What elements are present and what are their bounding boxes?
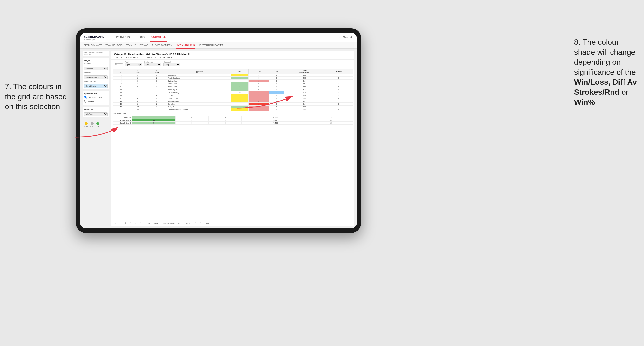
out-div-label: Out of division (113, 113, 353, 115)
cell-conf (147, 88, 167, 91)
cell-opponent: Jessica Huang (167, 91, 231, 94)
annotation-right: 8. The colour shade will change dependin… (574, 37, 637, 107)
watch-btn[interactable]: Watch ▾ (184, 222, 192, 225)
subnav-team-summary[interactable]: TEAM SUMMARY (84, 42, 102, 49)
nav-sign-out[interactable]: Sign out (342, 33, 353, 42)
out-div-rounds: 2 (310, 116, 353, 119)
cell-tie: 0 (269, 80, 284, 82)
cell-tie: 0 (269, 106, 284, 108)
view-original-btn[interactable]: View: Original (146, 222, 159, 225)
save-custom-btn[interactable]: Save Custom View (162, 222, 180, 225)
cell-rounds: 3 (324, 88, 353, 91)
redo2-btn[interactable]: ↻ (124, 222, 128, 225)
layout-btn[interactable]: ⊟ (194, 222, 198, 225)
cell-reg: 1 (129, 91, 147, 94)
cell-tie: 0 (269, 82, 284, 85)
legend-dot-up (96, 122, 99, 125)
subnav-player-summary[interactable]: PLAYER SUMMARY (152, 42, 172, 49)
nav-pipe: ›| (339, 36, 340, 38)
share-btn[interactable]: Share (204, 222, 211, 225)
cell-reg: 1 (129, 74, 147, 77)
logo-text: SCOREBOARD (84, 35, 104, 38)
player-rank-select[interactable]: 8. Katelyn Vo (84, 84, 108, 88)
clock-btn[interactable]: ⏱ (138, 222, 142, 225)
cell-win: 1 (231, 100, 249, 103)
player-label: Player (84, 60, 108, 62)
gender-select[interactable]: Women's (84, 67, 108, 70)
grid-records: Overall Record: 353 - 34 - 6 Division Re… (114, 56, 352, 58)
cell-rounds: 2 (324, 91, 353, 94)
nav-committee[interactable]: COMMITTEE (150, 33, 167, 42)
cell-div: 14 (113, 94, 129, 97)
nav-bar: SCOREBOARD Powered by clippd TOURNAMENTS… (80, 33, 357, 42)
cell-div: 16 (113, 100, 129, 103)
out-div-diff: 4.500 (242, 116, 310, 119)
cell-reg: 2 (129, 103, 147, 106)
col-loss: Loss (249, 69, 269, 74)
bold-strokes: Strokes/Rnd (574, 88, 620, 96)
conference-select[interactable]: (All) (144, 63, 161, 66)
out-div-row: NCAA Division 2 5 0 0 7.400 10 (113, 122, 353, 125)
cell-div: 15 (113, 97, 129, 100)
cell-diff: 1.50 (284, 74, 325, 77)
grid-area: Katelyn Vo Head-to-Head Grid for Women's… (112, 51, 354, 226)
radio-opponents-played[interactable]: Opponents Played (84, 96, 108, 99)
subnav-team-h2h-grid[interactable]: TEAM H2H GRID (106, 42, 122, 49)
nav-items: TOURNAMENTS TEAMS COMMITTEE (110, 33, 339, 42)
cell-diff: 0.38 (284, 94, 325, 97)
copy-btn[interactable]: ⊞ (129, 222, 133, 225)
legend-dot-level (91, 122, 94, 125)
overall-record: Overall Record: 353 - 34 - 6 (114, 56, 138, 58)
subnav-player-h2h-heatmap[interactable]: PLAYER H2H HEATMAP (199, 42, 224, 49)
cell-loss: 2 (249, 94, 269, 97)
nav-tournaments[interactable]: TOURNAMENTS (110, 33, 130, 42)
out-div-tie: 0 (208, 116, 242, 119)
cell-tie: 0 (269, 85, 284, 88)
table-row: 10 6 3 Andrea York 2 0 0 4.00 4 (113, 85, 353, 88)
table-row: 13 1 1 Jessica Huang 0 1 2 -3.00 2 (113, 91, 353, 94)
cell-opponent: Sydney Kuo (167, 80, 231, 82)
nav-teams[interactable]: TEAMS (136, 33, 146, 42)
out-div-loss: 0 (176, 116, 209, 119)
division-select[interactable]: NCAA Division III (84, 75, 108, 79)
radio-top100[interactable]: Top 100 (84, 100, 108, 103)
opponent-label: Opponent (164, 61, 180, 63)
region-select[interactable]: (All) (125, 63, 142, 66)
logo-wrap: SCOREBOARD Powered by clippd (84, 34, 105, 40)
table-header-row: #Div #Reg #Conf Opponent Win Loss Tie Di… (113, 69, 353, 74)
subnav-player-h2h-grid[interactable]: PLAYER H2H GRID (176, 42, 196, 49)
colour-by-select[interactable]: Win/loss (84, 112, 108, 116)
grid-header: Katelyn Vo Head-to-Head Grid for Women's… (112, 51, 354, 60)
cell-conf: 1 (147, 100, 167, 103)
cell-loss: 0 (249, 82, 269, 85)
cell-win: 0 (231, 103, 249, 106)
cell-loss: 1 (249, 108, 269, 111)
cell-win: 2 (231, 108, 249, 111)
cell-rounds: 3 (324, 82, 353, 85)
cell-diff: 4.00 (284, 85, 325, 88)
cell-conf: 3 (147, 85, 167, 88)
cell-diff: -5.00 (284, 103, 325, 106)
undo-btn[interactable]: ↩ (114, 222, 118, 225)
out-div-loss: 0 (176, 122, 209, 125)
cell-opponent: Heejo Hyun (167, 88, 231, 91)
subnav-team-h2h-heatmap[interactable]: TEAM H2H HEATMAP (126, 42, 148, 49)
cell-win: 1 (231, 97, 249, 100)
colour-by-label: Colour by (84, 108, 108, 110)
grid-btn[interactable]: ⊞ (199, 222, 202, 225)
bold-win-loss: Win/Loss, Diff Av (574, 78, 637, 86)
out-div-row: NAIA Division 1 15 0 0 9.267 30 (113, 119, 353, 122)
cell-tie: 1 (269, 74, 284, 77)
col-rounds: Rounds (324, 69, 353, 74)
table-row: 5 2 2 Alexis Sudjianto 1 0 0 4.00 3 (113, 77, 353, 80)
cell-conf: 1 (147, 74, 167, 77)
divider2 (160, 222, 161, 225)
paste-btn[interactable]: ↕ (134, 222, 137, 225)
divider3 (182, 222, 182, 225)
legend: Down Level Up (82, 121, 109, 128)
redo-btn[interactable]: ↪ (119, 222, 122, 225)
cell-reg: 7 (129, 94, 147, 97)
cell-opponent: Sharon Mun (167, 82, 231, 85)
logo-sub: Powered by clippd (84, 39, 100, 40)
opponent-select[interactable]: (All) (164, 63, 180, 66)
